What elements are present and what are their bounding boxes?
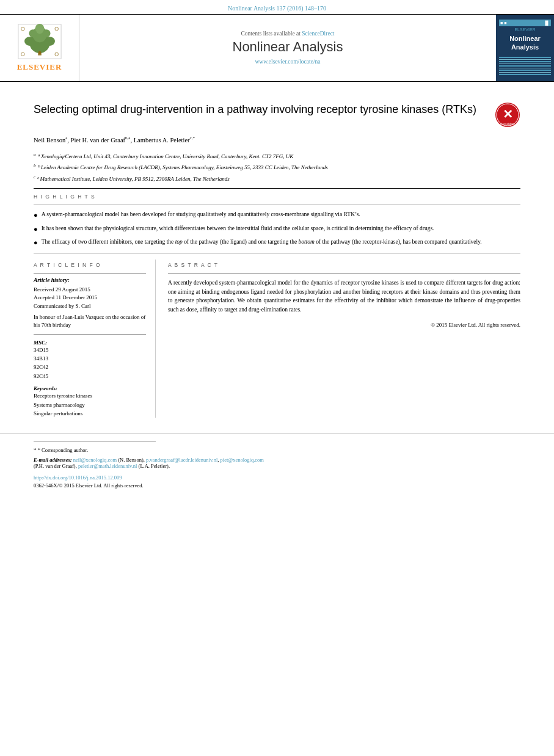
svg-text:CrossMark: CrossMark bbox=[500, 122, 516, 126]
article-title-text: Selecting optimal drug-intervention in a… bbox=[34, 102, 495, 117]
svg-point-5 bbox=[24, 37, 35, 46]
bullet-icon-3: ● bbox=[34, 238, 38, 248]
history-item-2: Accepted 11 December 2015 bbox=[34, 294, 146, 302]
svg-point-11 bbox=[54, 27, 58, 31]
corresponding-author-note: * * Corresponding author. bbox=[34, 446, 520, 455]
keyword-item-1: Receptors tyrosine kinases bbox=[34, 391, 146, 400]
msc-items: 34D15 34B13 92C42 92C45 bbox=[34, 346, 146, 381]
keyword-item-2: Systems pharmacology bbox=[34, 401, 146, 409]
cover-box: ■ ■▐▌ ELSEVIER Nonlinear Analysis bbox=[499, 20, 551, 76]
affiliation-c: c ᶜ Mathematical Institute, Leiden Unive… bbox=[34, 174, 520, 184]
elsevier-brand-label: ELSEVIER bbox=[17, 62, 62, 72]
msc-item-1: 34D15 bbox=[34, 346, 146, 354]
copyright-text: © 2015 Elsevier Ltd. All rights reserved… bbox=[168, 322, 520, 328]
abstract-divider bbox=[168, 273, 520, 274]
footer: * * Corresponding author. E-mail address… bbox=[0, 433, 554, 496]
keywords-label: Keywords: bbox=[34, 385, 146, 391]
history-item-3: Communicated by S. Carl bbox=[34, 302, 146, 311]
msc-item-4: 92C45 bbox=[34, 372, 146, 380]
highlight-text-1: A system-pharmacological model has been … bbox=[42, 210, 520, 219]
authors: Neil Bensona, Piet H. van der Graafb,a, … bbox=[34, 135, 520, 145]
elsevier-logo-area: ELSEVIER bbox=[0, 15, 79, 81]
bullet-icon-2: ● bbox=[34, 224, 38, 234]
cover-journal-title: Nonlinear Analysis bbox=[499, 34, 551, 52]
msc-divider bbox=[34, 334, 146, 335]
journal-ref: Nonlinear Analysis 137 (2016) 148–170 bbox=[228, 5, 326, 12]
msc-item-2: 34B13 bbox=[34, 354, 146, 363]
highlights-bottom-divider bbox=[34, 253, 520, 253]
doi-area: http://dx.doi.org/10.1016/j.na.2015.12.0… bbox=[34, 474, 520, 481]
affiliation-a: a ᵃ Xenologiq/Certera Ltd, Unit 43, Cant… bbox=[34, 151, 520, 161]
page: Nonlinear Analysis 137 (2016) 148–170 bbox=[0, 0, 554, 756]
journal-title: Nonlinear Analysis bbox=[233, 39, 343, 55]
svg-point-13 bbox=[54, 53, 58, 56]
svg-text:✕: ✕ bbox=[503, 107, 513, 121]
article-info-column: A R T I C L E I N F O Article history: R… bbox=[34, 260, 156, 418]
keyword-item-3: Singular perturbations bbox=[34, 409, 146, 418]
header-divider bbox=[34, 188, 520, 189]
highlights-section: H I G H L I G H T S ● A system-pharmacol… bbox=[34, 194, 520, 253]
bullet-icon-1: ● bbox=[34, 210, 38, 220]
issn-text: 0362-546X/© 2015 Elsevier Ltd. All right… bbox=[34, 482, 520, 489]
elsevier-tree-icon bbox=[15, 23, 64, 60]
highlights-label: H I G H L I G H T S bbox=[34, 194, 520, 200]
highlight-text-3: The efficacy of two different inhibitors… bbox=[42, 238, 520, 246]
journal-cover-thumbnail: ■ ■▐▌ ELSEVIER Nonlinear Analysis bbox=[496, 15, 554, 81]
svg-point-10 bbox=[21, 27, 24, 31]
svg-point-9 bbox=[38, 51, 41, 54]
abstract-text: A recently developed system-pharmacologi… bbox=[168, 278, 520, 314]
history-label: Article history: bbox=[34, 277, 146, 283]
journal-ref-line: Nonlinear Analysis 137 (2016) 148–170 bbox=[0, 0, 554, 14]
journal-header: ELSEVIER Contents lists available at Sci… bbox=[0, 14, 554, 82]
email-vandergraaf-lacdr[interactable]: p.vandergraaf@lacdr.leidenuniv.nl bbox=[146, 457, 217, 463]
highlights-top-divider bbox=[34, 205, 520, 205]
main-content: Selecting optimal drug-intervention in a… bbox=[0, 82, 554, 427]
svg-point-12 bbox=[21, 53, 24, 56]
article-info-label: A R T I C L E I N F O bbox=[34, 262, 146, 268]
svg-point-7 bbox=[29, 29, 37, 37]
footer-divider bbox=[34, 441, 156, 442]
two-column-section: A R T I C L E I N F O Article history: R… bbox=[34, 260, 520, 418]
abstract-label: A B S T R A C T bbox=[168, 262, 520, 268]
journal-url: www.elsevier.com/locate/na bbox=[255, 59, 320, 65]
crossmark-icon: ✕ CrossMark bbox=[495, 102, 520, 128]
highlight-item-3: ● The efficacy of two different inhibito… bbox=[34, 238, 520, 248]
email-peletier[interactable]: peletier@math.leidenuniv.nl bbox=[78, 463, 137, 469]
highlight-item-2: ● It has been shown that the physiologic… bbox=[34, 224, 520, 234]
history-item-1: Received 29 August 2015 bbox=[34, 286, 146, 294]
svg-point-8 bbox=[42, 29, 50, 37]
doi-link[interactable]: http://dx.doi.org/10.1016/j.na.2015.12.0… bbox=[34, 474, 122, 481]
journal-title-area: Contents lists available at ScienceDirec… bbox=[79, 15, 496, 81]
article-info-divider bbox=[34, 273, 146, 274]
email-vandergraaf-xenologiq[interactable]: piet@xenologiq.com bbox=[221, 457, 264, 463]
elsevier-logo: ELSEVIER bbox=[15, 23, 64, 72]
svg-point-6 bbox=[45, 37, 55, 46]
affiliation-b: b ᵇ Leiden Academic Centre for Drug Rese… bbox=[34, 162, 520, 172]
abstract-column: A B S T R A C T A recently developed sys… bbox=[168, 260, 520, 418]
cover-top-bar: ■ ■▐▌ bbox=[499, 20, 551, 26]
email-addresses: E-mail addresses: neil@xenologiq.com (N.… bbox=[34, 457, 520, 469]
keywords-items: Receptors tyrosine kinases Systems pharm… bbox=[34, 391, 146, 418]
msc-item-3: 92C42 bbox=[34, 363, 146, 371]
cover-decorative-lines bbox=[499, 57, 551, 75]
msc-label: MSC: bbox=[34, 340, 146, 346]
article-title-area: Selecting optimal drug-intervention in a… bbox=[34, 102, 520, 128]
highlight-text-2: It has been shown that the physiological… bbox=[42, 224, 520, 233]
highlight-item-1: ● A system-pharmacological model has bee… bbox=[34, 210, 520, 220]
contents-available-text: Contents lists available at ScienceDirec… bbox=[241, 31, 334, 37]
dedication-text: In honour of Juan-Luis Vazquez on the oc… bbox=[34, 313, 146, 329]
email-benson[interactable]: neil@xenologiq.com bbox=[73, 457, 117, 463]
cover-elsevier-label: ELSEVIER bbox=[499, 27, 551, 32]
